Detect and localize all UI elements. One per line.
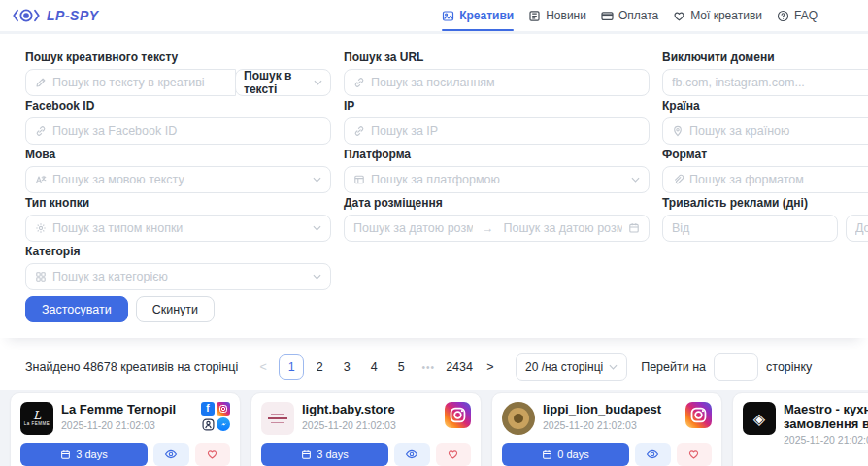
instagram-icon [217, 402, 230, 416]
card-date: 2025-11-20 21:02:03 [543, 419, 661, 431]
filter-placement-date: Дата розміщення → [344, 196, 650, 242]
brand-logo[interactable]: LP-SPY [12, 7, 99, 24]
date-to-input[interactable] [504, 221, 623, 235]
creative-card[interactable]: lippi_lion_budapest 2025-11-20 21:02:03 … [491, 392, 722, 466]
view-button[interactable] [394, 443, 430, 466]
field-label: Тип кнопки [25, 196, 331, 210]
paperclip-icon [672, 174, 684, 185]
field-label: Формат [662, 148, 868, 161]
page-size-value: 20 /на сторінці [525, 360, 603, 374]
duration-badge[interactable]: 3 days [261, 443, 388, 466]
apply-button[interactable]: Застосувати [25, 296, 128, 322]
pencil-icon [35, 77, 47, 88]
nav-tab-payment[interactable]: Оплата [601, 0, 658, 31]
card-date: 2025-11-20 21:02:03 [61, 419, 176, 431]
next-page-button[interactable]: > [479, 354, 502, 380]
reset-button[interactable]: Скинути [136, 296, 215, 322]
eye-icon [12, 7, 41, 24]
goto-page-control: Перейти на сторінку [641, 353, 812, 381]
like-button[interactable] [195, 443, 231, 466]
exclude-domains-input-wrap [662, 69, 868, 96]
chevron-down-icon [609, 364, 618, 370]
exclude-domains-input[interactable] [672, 76, 868, 89]
nav-tab-creatives[interactable]: Креативи [442, 0, 514, 31]
page-button[interactable]: 2434 [444, 354, 475, 380]
field-label: Дата розміщення [344, 196, 650, 210]
page-button[interactable]: 5 [389, 354, 413, 380]
chevron-down-icon [313, 274, 321, 280]
date-range-picker[interactable]: → [344, 215, 650, 242]
language-select-wrap[interactable] [25, 166, 331, 193]
nav-tab-news[interactable]: Новини [528, 0, 586, 31]
format-select-wrap[interactable] [662, 166, 868, 193]
creative-text-input[interactable] [52, 76, 226, 89]
pages-ellipsis[interactable]: ••• [417, 354, 440, 380]
nav-label: Креативи [459, 9, 514, 22]
avatar: L La FEMME [20, 402, 53, 435]
date-from-input[interactable] [353, 221, 473, 235]
mode-value: Пошук в тексті [244, 69, 309, 96]
page-button[interactable]: 1 [279, 354, 304, 380]
category-input[interactable] [52, 270, 307, 283]
goto-suffix: сторінку [766, 360, 812, 374]
question-icon [777, 10, 789, 22]
page-button[interactable]: 4 [362, 354, 385, 380]
calendar-icon [301, 449, 312, 460]
field-label: Пошук креативного тексту [25, 50, 331, 64]
view-button[interactable] [153, 443, 189, 466]
duration-to-input[interactable] [855, 221, 868, 235]
filter-country: Країна [662, 99, 868, 145]
platform-input[interactable] [371, 173, 625, 186]
field-label: Платформа [344, 148, 650, 161]
eye-icon [646, 449, 659, 460]
nav-tab-my-creatives[interactable]: Мої креативи [673, 0, 762, 31]
prev-page-button[interactable]: < [251, 354, 275, 380]
card-title: lippi_lion_budapest [543, 402, 661, 416]
format-input[interactable] [689, 173, 868, 186]
nav-tab-faq[interactable]: FAQ [777, 0, 818, 31]
button-type-select-wrap[interactable] [25, 215, 331, 242]
creative-card[interactable]: ◈ Maestro - кухні, мезамовлення в Ужг 20… [732, 392, 868, 466]
button-type-input[interactable] [52, 221, 307, 235]
duration-to-wrap [846, 215, 868, 242]
page-size-select[interactable]: 20 /на сторінці [516, 353, 627, 381]
chevron-down-icon [631, 177, 640, 183]
filter-exclude-domains: Виключити домени [662, 50, 868, 96]
duration-from-input[interactable] [672, 221, 828, 235]
creative-card[interactable]: light.baby.store 2025-11-20 21:02:03 3 d… [250, 392, 482, 466]
language-input[interactable] [52, 173, 307, 186]
goto-page-input[interactable] [714, 353, 758, 381]
like-button[interactable] [677, 443, 713, 466]
duration-badge[interactable]: 3 days [20, 443, 148, 466]
like-button[interactable] [436, 443, 472, 466]
news-icon [528, 10, 541, 22]
country-input[interactable] [689, 124, 868, 138]
heart-icon [447, 449, 459, 460]
facebook-id-input[interactable] [52, 124, 321, 138]
pagination: < 1 2 3 4 5 ••• 2434 > [251, 354, 502, 380]
avatar-emblem: ◈ [753, 410, 765, 428]
platform-select-wrap[interactable] [344, 166, 650, 193]
view-button[interactable] [635, 443, 671, 466]
avatar-monogram: L [33, 411, 41, 421]
gear-icon [35, 222, 47, 234]
page-button[interactable]: 2 [308, 354, 331, 380]
category-select-wrap[interactable] [25, 263, 331, 290]
nav-label: Оплата [618, 9, 658, 22]
field-label: Мова [25, 148, 331, 161]
filter-duration: Тривалість реклами (дні) [662, 196, 868, 242]
filter-format: Формат [662, 148, 868, 193]
filter-language: Мова [25, 148, 331, 193]
filter-category: Категорія [25, 245, 331, 290]
ip-input[interactable] [371, 124, 640, 138]
audience-network-icon [201, 417, 215, 431]
creative-text-input-wrap [25, 69, 236, 96]
creative-card[interactable]: L La FEMME La Femme Ternopil 2025-11-20 … [10, 392, 241, 466]
calendar-icon [628, 222, 640, 234]
chevron-down-icon [313, 225, 321, 231]
page-button[interactable]: 3 [335, 354, 358, 380]
url-input[interactable] [371, 76, 640, 89]
text-search-mode-select[interactable]: Пошук в тексті [235, 69, 331, 96]
card-date: 2025-11-20 21:02:03 [784, 434, 868, 446]
duration-badge[interactable]: 0 days [502, 443, 629, 466]
